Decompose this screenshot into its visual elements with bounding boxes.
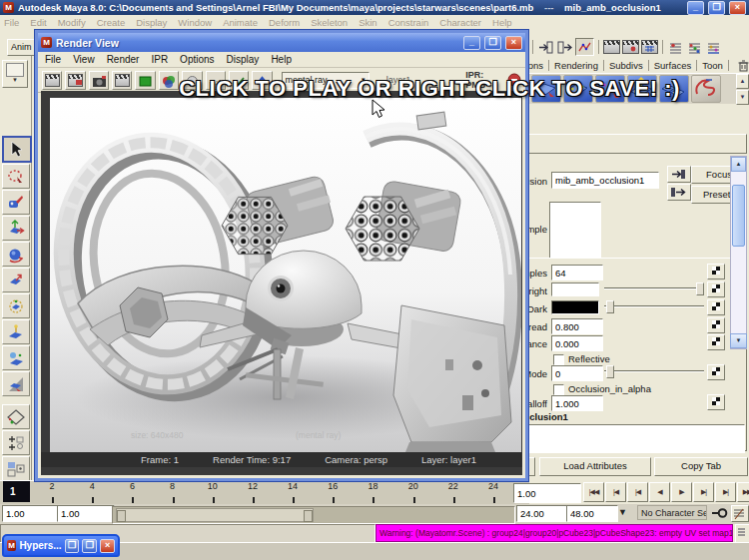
render-current-frame-icon[interactable]	[603, 39, 620, 55]
snapshot-icon[interactable]	[89, 71, 109, 90]
playback-end-field[interactable]	[516, 505, 568, 522]
menu-edit[interactable]: Edit	[30, 17, 46, 28]
script-line-icon-3[interactable]	[705, 39, 722, 55]
spread-field[interactable]	[551, 318, 603, 334]
four-pane-layout-button[interactable]	[2, 430, 30, 455]
export-icon[interactable]	[556, 39, 573, 55]
mode-slider[interactable]	[604, 364, 704, 377]
move-tool-button[interactable]	[2, 216, 30, 241]
menu-character[interactable]: Character	[439, 17, 481, 28]
bright-slider[interactable]	[604, 281, 704, 294]
distance-map-button[interactable]	[707, 334, 725, 350]
rv-menu-view[interactable]: View	[73, 54, 95, 65]
falloff-map-button[interactable]	[707, 394, 725, 410]
menu-window[interactable]: Window	[178, 17, 212, 28]
bright-slider-handle[interactable]	[696, 282, 704, 295]
rv-minimize-button[interactable]: _	[463, 36, 480, 50]
ae-show-output-icon[interactable]	[667, 184, 691, 201]
rv-menu-render[interactable]: Render	[107, 54, 140, 65]
scale-tool-button[interactable]	[2, 268, 30, 292]
soft-modification-tool-button[interactable]	[2, 319, 30, 344]
range-end-handle[interactable]	[304, 510, 313, 522]
rv-menu-options[interactable]: Options	[180, 54, 214, 65]
script-line-icon-1[interactable]	[667, 39, 684, 55]
copy-tab-button[interactable]: Copy Tab	[654, 457, 748, 476]
samples-field[interactable]	[551, 265, 603, 280]
animation-start-field[interactable]	[2, 505, 60, 522]
select-tool-button[interactable]	[2, 136, 32, 163]
samples-map-button[interactable]	[707, 264, 725, 280]
dark-slider[interactable]	[604, 299, 704, 312]
close-button[interactable]: ×	[729, 1, 746, 15]
minimize-button[interactable]: _	[687, 1, 704, 15]
last-tool-button[interactable]	[2, 371, 30, 396]
rv-menu-help[interactable]: Help	[271, 54, 292, 65]
menu-animate[interactable]: Animate	[223, 17, 258, 28]
play-forwards-button[interactable]: ▶	[671, 482, 692, 502]
mode-map-button[interactable]	[707, 364, 725, 380]
menu-file[interactable]: File	[4, 17, 19, 28]
two-pane-layout-button[interactable]	[2, 456, 30, 481]
hypershade-maximize-button[interactable]: ❒	[82, 539, 97, 553]
reflective-checkbox[interactable]	[553, 354, 564, 365]
bright-color-swatch[interactable]	[551, 282, 599, 296]
play-backwards-button[interactable]: ◀	[649, 482, 670, 502]
lasso-tool-button[interactable]	[2, 164, 30, 189]
view-layout-selector[interactable]: ▼	[2, 60, 28, 88]
redo-render-icon[interactable]	[42, 71, 62, 90]
shelf-tab-rendering[interactable]: Rendering	[549, 60, 604, 71]
shelf-tab-surfaces[interactable]: Surfaces	[649, 60, 698, 71]
ae-show-input-icon[interactable]	[667, 166, 691, 183]
scroll-down-arrow[interactable]: ▼	[730, 333, 747, 348]
restore-button[interactable]: ❒	[708, 1, 725, 15]
rv-close-button[interactable]: ×	[505, 36, 522, 50]
main-title-bar[interactable]: M Autodesk Maya 8.0: C:\Documents and Se…	[0, 0, 749, 15]
go-to-start-button[interactable]: |◀◀	[583, 482, 604, 502]
step-back-key-button[interactable]: |◀	[605, 482, 626, 502]
playback-start-field[interactable]	[57, 505, 115, 522]
character-set-selector[interactable]: No Character Set	[637, 505, 707, 520]
dark-map-button[interactable]	[707, 299, 725, 315]
range-start-handle[interactable]	[117, 510, 126, 522]
import-icon[interactable]	[537, 39, 554, 55]
rotate-tool-button[interactable]	[2, 242, 30, 267]
rv-menu-ipr[interactable]: IPR	[151, 54, 168, 65]
animation-preferences-icon[interactable]	[731, 505, 749, 522]
current-frame-indicator[interactable]: 1	[3, 481, 30, 502]
rv-maximize-button[interactable]: ❒	[484, 36, 501, 50]
ae-node-name-field[interactable]	[551, 172, 659, 189]
range-slider-track[interactable]	[112, 506, 515, 524]
menu-constrain[interactable]: Constrain	[388, 17, 429, 28]
menu-skin[interactable]: Skin	[359, 17, 376, 28]
hypershade-minimized-window[interactable]: M Hypers... ❒ ❒ ×	[2, 534, 120, 557]
hypershade-close-button[interactable]: ×	[100, 539, 115, 553]
render-settings-icon[interactable]	[641, 39, 658, 55]
dark-color-swatch[interactable]	[551, 300, 599, 314]
script-line-icon-2[interactable]	[686, 39, 703, 55]
step-forward-frame-button[interactable]: ▶|	[693, 482, 714, 502]
mode-field[interactable]	[551, 365, 603, 381]
time-slider[interactable]: 2 4 6 8 10 12 14 16 18 20 22 24	[0, 480, 529, 505]
render-view-title-bar[interactable]: M Render View _ ❒ ×	[38, 33, 525, 52]
menu-create[interactable]: Create	[97, 17, 126, 28]
hypershade-restore-button[interactable]: ❒	[65, 539, 80, 553]
set-keys-icon[interactable]	[575, 38, 594, 56]
menu-deform[interactable]: Deform	[269, 17, 300, 28]
load-attributes-button[interactable]: Load Attributes	[539, 457, 651, 476]
bright-map-button[interactable]	[707, 281, 725, 297]
rendered-droid-image[interactable]	[50, 98, 521, 452]
shelf-tab-subdivs[interactable]: Subdivs	[604, 60, 649, 71]
shelf-tab-toon[interactable]: Toon	[697, 60, 729, 71]
redo-render-region-icon[interactable]	[65, 71, 85, 90]
animation-end-field[interactable]	[566, 505, 618, 522]
universal-manipulator-button[interactable]	[2, 293, 30, 318]
menu-display[interactable]: Display	[136, 17, 167, 28]
dark-slider-handle[interactable]	[606, 300, 614, 313]
character-menu-arrow-icon[interactable]: ▼	[618, 507, 627, 517]
rv-menu-display[interactable]: Display	[227, 54, 260, 65]
scroll-up-arrow[interactable]: ▲	[731, 157, 746, 172]
ipr-render-icon[interactable]	[622, 39, 639, 55]
ae-scrollbar[interactable]: ▲ ▼	[730, 156, 747, 349]
menu-skeleton[interactable]: Skeleton	[311, 17, 348, 28]
notes-textarea[interactable]	[499, 424, 745, 453]
